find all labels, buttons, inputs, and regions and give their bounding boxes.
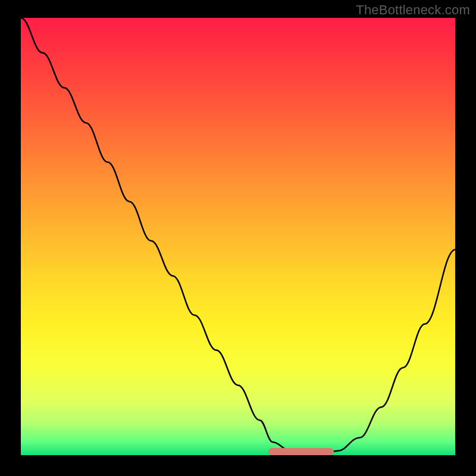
- curve-layer: [21, 18, 455, 455]
- chart-frame: TheBottleneck.com: [0, 0, 476, 476]
- bottleneck-curve: [21, 18, 455, 453]
- plot-area: [21, 18, 455, 455]
- flat-valley-marker: [268, 448, 334, 455]
- watermark-text: TheBottleneck.com: [356, 2, 470, 18]
